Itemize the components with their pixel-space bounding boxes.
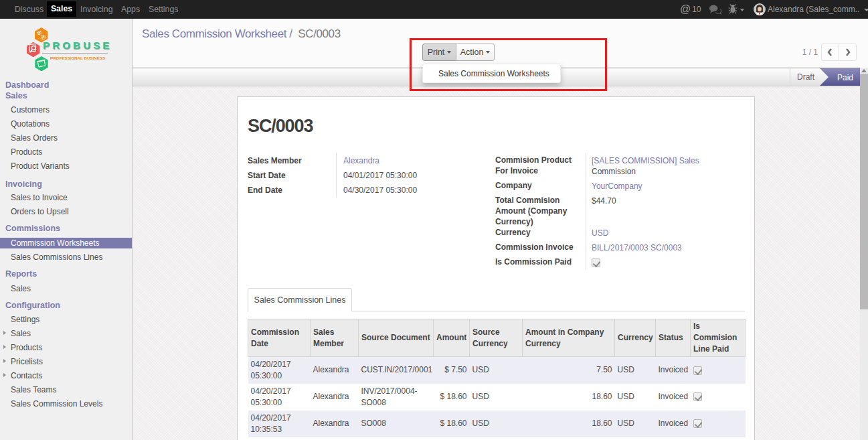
svg-text:Paid: Paid — [837, 73, 853, 82]
